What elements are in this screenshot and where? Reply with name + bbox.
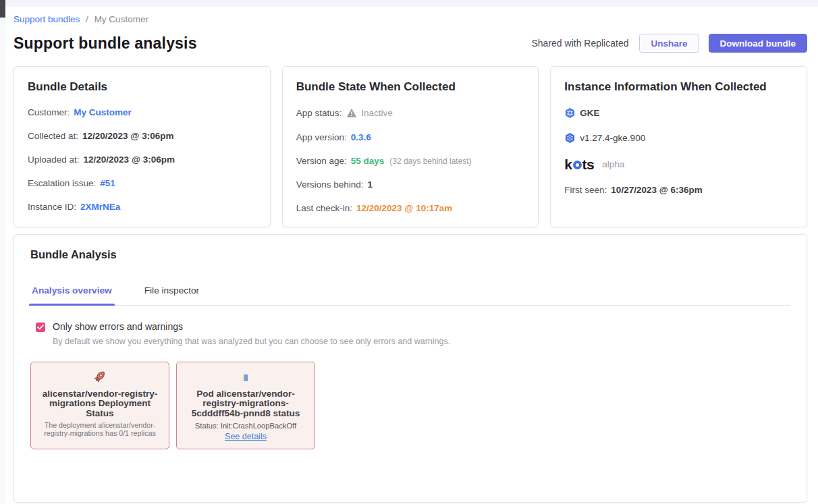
only-errors-checkbox[interactable] (36, 323, 45, 332)
left-edge-strip (0, 0, 5, 504)
kots-logo: kts (564, 157, 594, 171)
rocket-icon (92, 369, 107, 387)
bundle-state-card: Bundle State When Collected App status: … (282, 66, 539, 227)
info-cards-row: Bundle Details Customer: My Customer Col… (13, 66, 807, 227)
issue-message: The deployment alicenstar/vendor-registr… (38, 422, 162, 438)
errors-warnings-filter: Only show errors and warnings By default… (36, 321, 790, 346)
app-version-link[interactable]: 0.3.6 (351, 132, 371, 142)
instance-id-row: Instance ID: 2XMrNEa (28, 202, 256, 212)
installer-row: kts alpha (564, 157, 793, 171)
bundle-analysis-card: Bundle Analysis Analysis overview File i… (13, 234, 807, 503)
see-details-link[interactable]: See details (225, 432, 267, 441)
tab-file-inspector[interactable]: File inspector (143, 285, 200, 305)
filter-label[interactable]: Only show errors and warnings (53, 321, 450, 332)
app-status-value: Inactive (361, 108, 393, 118)
distribution-value: GKE (580, 108, 599, 118)
customer-row: Customer: My Customer (28, 107, 256, 117)
bundle-details-title: Bundle Details (28, 80, 256, 94)
filter-description: By default we show you everything that w… (53, 337, 450, 346)
kubernetes-icon (564, 132, 576, 144)
instance-info-card: Instance Information When Collected GKE … (550, 66, 807, 227)
versions-behind-value: 1 (367, 179, 373, 190)
first-seen-value: 10/27/2023 @ 6:36pm (611, 185, 703, 195)
collected-at-row: Collected at: 12/20/2023 @ 3:06pm (28, 131, 256, 141)
versions-behind-row: Versions behind: 1 (296, 179, 525, 190)
issue-title: alicenstar/vendor-registry-migrations De… (38, 389, 162, 418)
analysis-tabs: Analysis overview File inspector (30, 285, 790, 306)
breadcrumb-current: My Customer (94, 14, 148, 24)
issue-title: Pod alicenstar/vendor-registry-migration… (184, 389, 308, 418)
first-seen-row: First seen: 10/27/2023 @ 6:36pm (564, 185, 793, 195)
escalation-issue-link[interactable]: #51 (100, 178, 115, 188)
app-status-row: App status: Inactive (296, 107, 525, 119)
tab-analysis-overview[interactable]: Analysis overview (30, 285, 113, 305)
escalation-issue-row: Escalation issue: #51 (28, 178, 256, 188)
top-edge-strip (0, 0, 818, 7)
k8s-version-value: v1.27.4-gke.900 (580, 133, 645, 143)
uploaded-at-value: 12/20/2023 @ 3:06pm (84, 155, 175, 165)
last-checkin-row: Last check-in: 12/20/2023 @ 10:17am (296, 203, 525, 213)
k8s-version-row: v1.27.4-gke.900 (564, 132, 793, 144)
breadcrumb-separator: / (86, 14, 88, 24)
last-checkin-value: 12/20/2023 @ 10:17am (356, 203, 452, 213)
instance-info-title: Instance Information When Collected (564, 80, 793, 94)
bundle-analysis-title: Bundle Analysis (30, 248, 790, 261)
instance-id-link[interactable]: 2XMrNEa (80, 202, 120, 212)
issue-cards-row: alicenstar/vendor-registry-migrations De… (30, 362, 790, 449)
warning-triangle-icon (346, 107, 357, 119)
issue-card-pod-status[interactable]: Pod alicenstar/vendor-registry-migration… (176, 362, 315, 449)
bundle-details-card: Bundle Details Customer: My Customer Col… (13, 66, 271, 227)
breadcrumb-link-support-bundles[interactable]: Support bundles (13, 14, 80, 24)
corner-fragment (0, 0, 5, 18)
installer-channel: alpha (602, 159, 624, 169)
broken-image-icon (244, 374, 248, 381)
support-bundle-analysis-page: Support bundles / My Customer Support bu… (0, 0, 818, 504)
issue-status: Status: Init:CrashLoopBackOff (184, 422, 308, 430)
kots-logo-o-icon (573, 161, 582, 169)
version-age-row: Version age: 55 days (32 days behind lat… (296, 156, 525, 166)
page-title: Support bundle analysis (13, 34, 197, 53)
shared-status-text: Shared with Replicated (531, 38, 628, 49)
uploaded-at-row: Uploaded at: 12/20/2023 @ 3:06pm (28, 155, 256, 165)
version-age-value: 55 days (351, 156, 385, 166)
app-version-row: App version: 0.3.6 (296, 132, 525, 142)
bundle-state-title: Bundle State When Collected (296, 80, 525, 94)
page-header: Support bundle analysis Shared with Repl… (13, 34, 807, 53)
breadcrumb: Support bundles / My Customer (13, 14, 148, 24)
collected-at-value: 12/20/2023 @ 3:06pm (82, 131, 174, 141)
version-age-note: (32 days behind latest) (389, 157, 471, 166)
issue-card-deployment-status[interactable]: alicenstar/vendor-registry-migrations De… (30, 362, 169, 449)
customer-link[interactable]: My Customer (74, 107, 132, 117)
unshare-button[interactable]: Unshare (639, 34, 699, 53)
header-actions: Shared with Replicated Unshare Download … (531, 34, 807, 53)
download-bundle-button[interactable]: Download bundle (709, 34, 808, 53)
gke-hexagon-icon (564, 107, 576, 119)
distribution-row: GKE (564, 107, 793, 119)
